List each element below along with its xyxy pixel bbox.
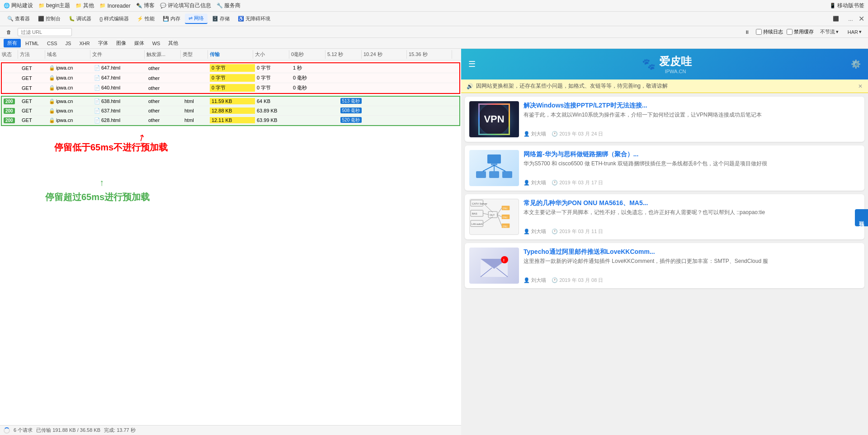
pause-btn[interactable]: ⏸ <box>742 28 752 36</box>
filter-tab-js[interactable]: JS <box>62 40 75 47</box>
cell-waterfall1: 508 毫秒 <box>327 106 363 115</box>
inspector-tool[interactable]: 🔍 查看器 <box>4 14 33 23</box>
filter-tab-html[interactable]: HTML <box>22 40 42 47</box>
filter-tab-css[interactable]: CSS <box>43 40 61 47</box>
console-tool[interactable]: ⬛ 控制台 <box>34 14 64 23</box>
article-card-4[interactable]: ! Typecho通过阿里邮件推送和LoveKKComm... 这里推荐一款新的… <box>465 243 864 288</box>
perf-icon: ⚡ <box>137 16 143 22</box>
bookmarks-bar: 🌐 网站建设 📁 begin主题 📁 其他 📁 Inoreader ✒️ 博客 … <box>0 0 868 12</box>
green-border-group: 200 GET 🔒ipwa.cn 📄638.html other html 11… <box>1 96 460 126</box>
more-btn[interactable]: … <box>844 15 857 23</box>
bookmark-websites[interactable]: 🌐 网站建设 <box>4 2 33 9</box>
clear-btn[interactable]: 🗑 <box>4 28 14 36</box>
blog-settings-btn[interactable]: ⚙️ <box>851 59 861 69</box>
network-tool[interactable]: ⇌ 网络 <box>185 14 208 24</box>
svg-rect-0 <box>487 154 501 164</box>
cell-waterfall2 <box>363 100 409 103</box>
filter-tab-font[interactable]: 字体 <box>94 39 112 47</box>
network-secondary-toolbar: 🗑 ⏸ 持续日志 禁用缓存 不节流 ▾ HAR ▾ <box>0 26 868 38</box>
cell-type <box>183 67 210 70</box>
notice-close-btn[interactable]: ✕ <box>858 83 863 89</box>
lock-icon6: 🔒 <box>49 117 55 123</box>
table-row[interactable]: GET 🔒ipwa.cn 📄640.html other 0 字节 0 字节 0… <box>2 83 459 93</box>
performance-tool[interactable]: ⚡ 性能 <box>133 14 158 23</box>
article-card-1[interactable]: VPN 解决Windows连接PPTP/L2TP时无法连接... 有鉴于此，本文… <box>465 97 864 142</box>
bookmark-blog[interactable]: ✒️ 博客 <box>136 2 155 9</box>
filter-tab-ws[interactable]: WS <box>149 40 164 47</box>
debugger-tool[interactable]: 🐛 调试器 <box>65 14 95 23</box>
svg-text:ONU: ONU <box>503 216 508 219</box>
cell-type <box>183 77 210 80</box>
cell-trigger: other <box>146 97 183 105</box>
bookmark-comment[interactable]: 💬 评论填写自己信息 <box>160 2 211 9</box>
col-15s: 15.36 秒 <box>407 50 452 59</box>
article-card-2[interactable]: 网络篇-华为与思科做链路捆绑（聚合）... 华为S5700 和 cisco650… <box>465 145 864 191</box>
article-author-3: 👤 刘大喵 <box>524 228 546 235</box>
memory-tool[interactable]: 💾 内存 <box>159 14 184 23</box>
loading-spinner <box>4 427 10 434</box>
bookmark-begin[interactable]: 📁 begin主题 <box>38 2 70 9</box>
accessibility-tool[interactable]: ♿ 无障碍环境 <box>234 14 274 23</box>
svg-rect-1 <box>491 164 497 165</box>
filter-tab-all[interactable]: 所有 <box>4 39 21 47</box>
storage-tool[interactable]: 🗄️ 存储 <box>208 14 233 23</box>
cell-size: 63.99 KB <box>255 116 291 124</box>
bookmark-mobile[interactable]: 📱 移动版书签 <box>830 2 864 9</box>
bookmark-vendor[interactable]: 🔧 服务商 <box>217 2 241 9</box>
devtools-toolbar: 🔍 查看器 ⬛ 控制台 🐛 调试器 {} 样式编辑器 ⚡ 性能 💾 内存 ⇌ 网… <box>0 12 868 26</box>
disable-cache-label[interactable]: 禁用缓存 <box>787 28 814 35</box>
memory-icon: 💾 <box>163 16 169 22</box>
resize-btn[interactable]: ⬛ <box>829 14 843 23</box>
svg-line-2 <box>483 165 494 171</box>
table-row[interactable]: 200 GET 🔒ipwa.cn 📄628.html other html 12… <box>2 116 459 125</box>
cell-size: 63.89 KB <box>255 107 291 115</box>
table-row[interactable]: GET 🔒ipwa.cn 📄647.html other 0 字节 0 字节 1… <box>2 63 459 73</box>
filter-url-input[interactable] <box>18 28 72 36</box>
article-title-3: 常见的几种华为PON ONU MA5616、MA5... <box>524 199 860 207</box>
filter-tab-media[interactable]: 媒体 <box>131 39 148 47</box>
keep-log-checkbox[interactable] <box>756 29 762 35</box>
filter-tab-image[interactable]: 图像 <box>113 39 130 47</box>
cell-transfer: 0 字节 <box>210 74 255 82</box>
network-status-bar: 6 个请求 已传输 191.88 KB / 36.58 KB 完成: 13.77… <box>0 425 461 435</box>
table-row[interactable]: GET 🔒ipwa.cn 📄647.html other 0 字节 0 字节 0… <box>2 73 459 83</box>
network-icon: ⇌ <box>189 15 193 21</box>
file-icon: 📄 <box>94 65 100 70</box>
filter-tab-other[interactable]: 其他 <box>165 39 182 47</box>
cell-waterfall3 <box>409 87 454 89</box>
cell-domain: 🔒ipwa.cn <box>47 64 92 72</box>
cell-type: html <box>183 107 210 115</box>
throttle-btn[interactable]: 不节流 ▾ <box>817 28 841 36</box>
har-btn[interactable]: HAR ▾ <box>845 28 864 36</box>
table-row[interactable]: 200 GET 🔒ipwa.cn 📄638.html other html 11… <box>2 97 459 106</box>
cell-file: 📄647.html <box>92 64 146 72</box>
cell-trigger: other <box>146 74 183 82</box>
cell-trigger: other <box>146 107 183 115</box>
cell-waterfall3 <box>409 109 454 112</box>
close-devtools-btn[interactable]: ✕ <box>859 14 864 23</box>
style-editor-tool[interactable]: {} 样式编辑器 <box>96 14 132 23</box>
article-author-4: 👤 刘大喵 <box>524 277 546 284</box>
style-icon: {} <box>99 16 103 22</box>
table-row[interactable]: 200 GET 🔒ipwa.cn 📄637.html other html 12… <box>2 106 459 116</box>
folder-icon3: 📁 <box>99 3 106 9</box>
cell-waterfall3 <box>409 100 454 103</box>
cell-waterfall3 <box>409 67 454 70</box>
disable-cache-checkbox[interactable] <box>787 29 793 35</box>
article-card-3[interactable]: CATV Server BAS LAN switch OLT <box>465 194 864 239</box>
keep-log-label[interactable]: 持续日志 <box>756 28 783 35</box>
bookmark-inoreader[interactable]: 📁 Inoreader <box>99 3 130 9</box>
col-trigger: 触发源... <box>145 50 181 59</box>
status-badge2: 200 <box>4 108 15 114</box>
cell-domain: 🔒ipwa.cn <box>47 107 92 115</box>
svg-rect-6 <box>489 171 499 178</box>
pen-icon: ✒️ <box>136 3 142 9</box>
cell-waterfall3 <box>409 119 454 122</box>
cell-waterfall2 <box>363 77 409 80</box>
notice-bar: 🔊 因网站更换框架，还存在某些小问题，如格式、友链等等，待完善ing，敬请谅解 … <box>461 80 868 93</box>
contact-button[interactable]: 联系我 <box>855 209 868 226</box>
bookmark-other[interactable]: 📁 其他 <box>75 2 94 9</box>
finish-time: 完成: 13.77 秒 <box>104 427 136 434</box>
blog-menu-btn[interactable]: ☰ <box>468 59 476 69</box>
filter-tab-xhr[interactable]: XHR <box>75 40 93 47</box>
